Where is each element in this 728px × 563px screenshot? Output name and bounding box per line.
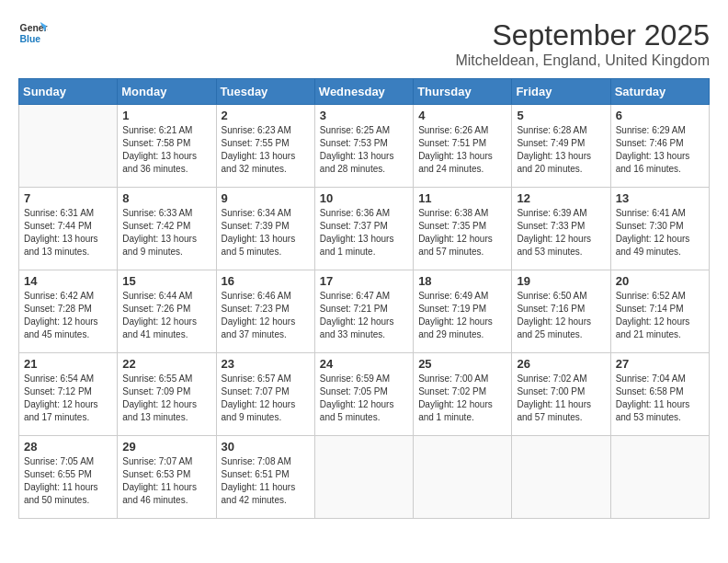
day-number: 26 xyxy=(517,357,605,371)
calendar-day-cell: 26Sunrise: 7:02 AM Sunset: 7:00 PM Dayli… xyxy=(512,353,610,436)
weekday-header-cell: Monday xyxy=(118,79,216,105)
day-info: Sunrise: 6:38 AM Sunset: 7:35 PM Dayligh… xyxy=(418,207,506,259)
day-number: 24 xyxy=(320,357,408,371)
calendar-day-cell: 2Sunrise: 6:23 AM Sunset: 7:55 PM Daylig… xyxy=(216,105,314,188)
calendar-day-cell: 1Sunrise: 6:21 AM Sunset: 7:58 PM Daylig… xyxy=(118,105,216,188)
day-number: 15 xyxy=(122,274,210,288)
day-info: Sunrise: 7:02 AM Sunset: 7:00 PM Dayligh… xyxy=(517,373,605,424)
calendar-day-cell: 22Sunrise: 6:55 AM Sunset: 7:09 PM Dayli… xyxy=(118,353,216,436)
day-info: Sunrise: 6:26 AM Sunset: 7:51 PM Dayligh… xyxy=(418,124,506,176)
calendar-day-cell: 4Sunrise: 6:26 AM Sunset: 7:51 PM Daylig… xyxy=(414,105,512,188)
calendar-day-cell: 29Sunrise: 7:07 AM Sunset: 6:53 PM Dayli… xyxy=(118,436,216,519)
day-info: Sunrise: 6:55 AM Sunset: 7:09 PM Dayligh… xyxy=(122,373,210,424)
weekday-header-cell: Sunday xyxy=(19,79,118,105)
calendar-day-cell: 16Sunrise: 6:46 AM Sunset: 7:23 PM Dayli… xyxy=(216,270,314,353)
day-number: 28 xyxy=(24,440,112,454)
day-info: Sunrise: 7:00 AM Sunset: 7:02 PM Dayligh… xyxy=(418,373,506,424)
day-number: 3 xyxy=(320,109,408,122)
day-number: 14 xyxy=(24,274,112,288)
calendar-day-cell: 7Sunrise: 6:31 AM Sunset: 7:44 PM Daylig… xyxy=(19,188,118,270)
day-info: Sunrise: 6:44 AM Sunset: 7:26 PM Dayligh… xyxy=(122,290,210,341)
day-info: Sunrise: 6:54 AM Sunset: 7:12 PM Dayligh… xyxy=(24,373,112,424)
calendar-week-row: 1Sunrise: 6:21 AM Sunset: 7:58 PM Daylig… xyxy=(19,105,710,188)
day-number: 1 xyxy=(122,109,210,122)
calendar-day-cell: 17Sunrise: 6:47 AM Sunset: 7:21 PM Dayli… xyxy=(314,270,413,353)
day-info: Sunrise: 7:04 AM Sunset: 6:58 PM Dayligh… xyxy=(616,373,704,424)
day-number: 27 xyxy=(616,357,704,371)
svg-text:Blue: Blue xyxy=(20,34,41,44)
calendar-day-cell: 30Sunrise: 7:08 AM Sunset: 6:51 PM Dayli… xyxy=(216,436,314,519)
day-info: Sunrise: 6:41 AM Sunset: 7:30 PM Dayligh… xyxy=(616,207,704,259)
day-number: 11 xyxy=(418,191,506,205)
calendar-day-cell xyxy=(19,105,118,188)
day-info: Sunrise: 6:49 AM Sunset: 7:19 PM Dayligh… xyxy=(418,290,506,341)
calendar-day-cell: 21Sunrise: 6:54 AM Sunset: 7:12 PM Dayli… xyxy=(19,353,118,436)
day-number: 17 xyxy=(320,274,408,288)
calendar-day-cell: 14Sunrise: 6:42 AM Sunset: 7:28 PM Dayli… xyxy=(19,270,118,353)
calendar-day-cell: 23Sunrise: 6:57 AM Sunset: 7:07 PM Dayli… xyxy=(216,353,314,436)
calendar-day-cell: 9Sunrise: 6:34 AM Sunset: 7:39 PM Daylig… xyxy=(216,188,314,270)
day-number: 10 xyxy=(320,191,408,205)
calendar-day-cell: 10Sunrise: 6:36 AM Sunset: 7:37 PM Dayli… xyxy=(314,188,413,270)
day-info: Sunrise: 6:42 AM Sunset: 7:28 PM Dayligh… xyxy=(24,290,112,341)
logo-icon: General Blue xyxy=(18,18,48,48)
day-info: Sunrise: 6:25 AM Sunset: 7:53 PM Dayligh… xyxy=(320,124,408,176)
day-info: Sunrise: 6:28 AM Sunset: 7:49 PM Dayligh… xyxy=(517,124,605,176)
calendar-day-cell: 15Sunrise: 6:44 AM Sunset: 7:26 PM Dayli… xyxy=(118,270,216,353)
day-info: Sunrise: 6:33 AM Sunset: 7:42 PM Dayligh… xyxy=(122,207,210,259)
day-number: 23 xyxy=(222,357,310,371)
page-header: General Blue September 2025 Mitcheldean,… xyxy=(18,18,710,69)
day-info: Sunrise: 6:47 AM Sunset: 7:21 PM Dayligh… xyxy=(320,290,408,341)
calendar-body: 1Sunrise: 6:21 AM Sunset: 7:58 PM Daylig… xyxy=(19,105,710,519)
day-info: Sunrise: 6:31 AM Sunset: 7:44 PM Dayligh… xyxy=(24,207,112,259)
day-number: 13 xyxy=(616,191,704,205)
calendar-day-cell: 25Sunrise: 7:00 AM Sunset: 7:02 PM Dayli… xyxy=(414,353,512,436)
calendar-day-cell: 19Sunrise: 6:50 AM Sunset: 7:16 PM Dayli… xyxy=(512,270,610,353)
day-number: 18 xyxy=(418,274,506,288)
day-number: 16 xyxy=(222,274,310,288)
calendar-day-cell: 5Sunrise: 6:28 AM Sunset: 7:49 PM Daylig… xyxy=(512,105,610,188)
day-info: Sunrise: 6:23 AM Sunset: 7:55 PM Dayligh… xyxy=(222,124,310,176)
calendar-day-cell: 12Sunrise: 6:39 AM Sunset: 7:33 PM Dayli… xyxy=(512,188,610,270)
day-number: 25 xyxy=(418,357,506,371)
day-number: 4 xyxy=(418,109,506,122)
calendar-day-cell: 13Sunrise: 6:41 AM Sunset: 7:30 PM Dayli… xyxy=(610,188,709,270)
weekday-header-cell: Wednesday xyxy=(314,79,413,105)
calendar-day-cell xyxy=(512,436,610,519)
calendar-week-row: 28Sunrise: 7:05 AM Sunset: 6:55 PM Dayli… xyxy=(19,436,710,519)
weekday-header-cell: Thursday xyxy=(414,79,512,105)
calendar-day-cell: 28Sunrise: 7:05 AM Sunset: 6:55 PM Dayli… xyxy=(19,436,118,519)
weekday-header-cell: Saturday xyxy=(610,79,709,105)
calendar-day-cell xyxy=(414,436,512,519)
day-number: 2 xyxy=(222,109,310,122)
day-info: Sunrise: 6:57 AM Sunset: 7:07 PM Dayligh… xyxy=(222,373,310,424)
day-number: 9 xyxy=(222,191,310,205)
calendar-day-cell: 18Sunrise: 6:49 AM Sunset: 7:19 PM Dayli… xyxy=(414,270,512,353)
day-info: Sunrise: 6:39 AM Sunset: 7:33 PM Dayligh… xyxy=(517,207,605,259)
calendar-week-row: 7Sunrise: 6:31 AM Sunset: 7:44 PM Daylig… xyxy=(19,188,710,270)
calendar-day-cell: 27Sunrise: 7:04 AM Sunset: 6:58 PM Dayli… xyxy=(610,353,709,436)
day-number: 29 xyxy=(122,440,210,454)
calendar-day-cell: 11Sunrise: 6:38 AM Sunset: 7:35 PM Dayli… xyxy=(414,188,512,270)
month-title: September 2025 xyxy=(455,18,710,52)
day-info: Sunrise: 6:21 AM Sunset: 7:58 PM Dayligh… xyxy=(122,124,210,176)
day-number: 20 xyxy=(616,274,704,288)
day-number: 30 xyxy=(222,440,310,454)
calendar-week-row: 14Sunrise: 6:42 AM Sunset: 7:28 PM Dayli… xyxy=(19,270,710,353)
calendar-day-cell: 3Sunrise: 6:25 AM Sunset: 7:53 PM Daylig… xyxy=(314,105,413,188)
day-info: Sunrise: 7:08 AM Sunset: 6:51 PM Dayligh… xyxy=(222,455,310,507)
calendar-day-cell: 20Sunrise: 6:52 AM Sunset: 7:14 PM Dayli… xyxy=(610,270,709,353)
calendar-day-cell: 6Sunrise: 6:29 AM Sunset: 7:46 PM Daylig… xyxy=(610,105,709,188)
weekday-header-cell: Friday xyxy=(512,79,610,105)
location-subtitle: Mitcheldean, England, United Kingdom xyxy=(455,52,710,69)
day-info: Sunrise: 7:05 AM Sunset: 6:55 PM Dayligh… xyxy=(24,455,112,507)
calendar-week-row: 21Sunrise: 6:54 AM Sunset: 7:12 PM Dayli… xyxy=(19,353,710,436)
day-info: Sunrise: 6:50 AM Sunset: 7:16 PM Dayligh… xyxy=(517,290,605,341)
day-number: 6 xyxy=(616,109,704,122)
calendar-day-cell: 8Sunrise: 6:33 AM Sunset: 7:42 PM Daylig… xyxy=(118,188,216,270)
logo: General Blue xyxy=(18,18,48,48)
day-info: Sunrise: 6:29 AM Sunset: 7:46 PM Dayligh… xyxy=(616,124,704,176)
day-number: 7 xyxy=(24,191,112,205)
title-block: September 2025 Mitcheldean, England, Uni… xyxy=(455,18,710,69)
calendar-table: SundayMondayTuesdayWednesdayThursdayFrid… xyxy=(18,78,710,519)
